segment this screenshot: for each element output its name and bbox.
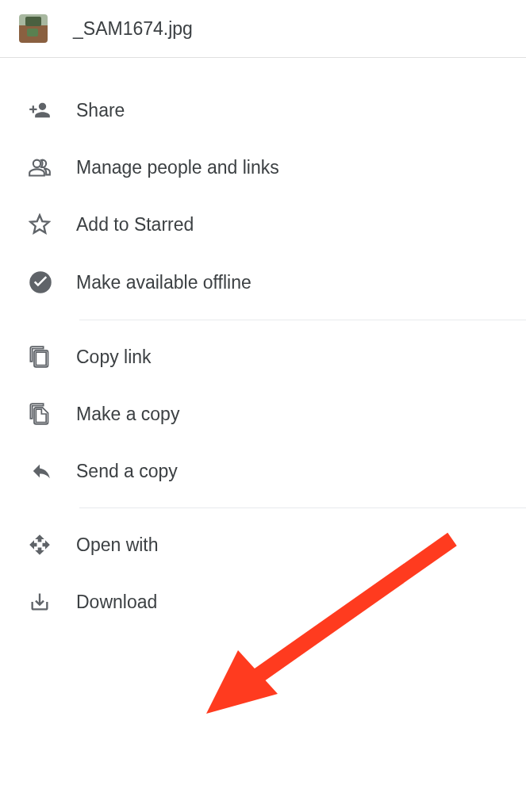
star-icon [29,213,76,236]
file-copy-icon [29,403,76,425]
share-label: Share [76,100,125,121]
download-label: Download [76,592,157,613]
copy-link-icon [29,346,76,368]
menu-divider [79,508,526,508]
manage-people-item[interactable]: Manage people and links [0,139,526,196]
send-copy-item[interactable]: Send a copy [0,442,526,500]
copy-link-label: Copy link [76,347,152,368]
offline-item[interactable]: Make available offline [0,253,526,312]
send-copy-label: Send a copy [76,461,178,482]
file-thumbnail [19,14,48,43]
offline-label: Make available offline [76,272,251,293]
download-item[interactable]: Download [0,573,526,630]
people-icon [29,156,76,178]
open-with-icon [29,534,76,556]
make-copy-item[interactable]: Make a copy [0,385,526,442]
star-label: Add to Starred [76,214,194,236]
person-add-icon [29,99,76,121]
open-with-label: Open with [76,534,159,556]
file-name: _SAM1674.jpg [73,18,193,40]
context-menu: Share Manage people and links Add to Sta… [0,58,526,630]
open-with-item[interactable]: Open with [0,516,526,573]
add-starred-item[interactable]: Add to Starred [0,196,526,253]
offline-checked-icon [29,270,76,294]
svg-marker-3 [206,650,278,714]
make-copy-label: Make a copy [76,404,179,425]
share-item[interactable]: Share [0,82,526,139]
menu-divider [79,320,526,320]
copy-link-item[interactable]: Copy link [0,328,526,385]
send-icon [29,460,76,482]
download-icon [29,591,76,613]
file-header: _SAM1674.jpg [0,0,526,58]
manage-label: Manage people and links [76,157,279,178]
